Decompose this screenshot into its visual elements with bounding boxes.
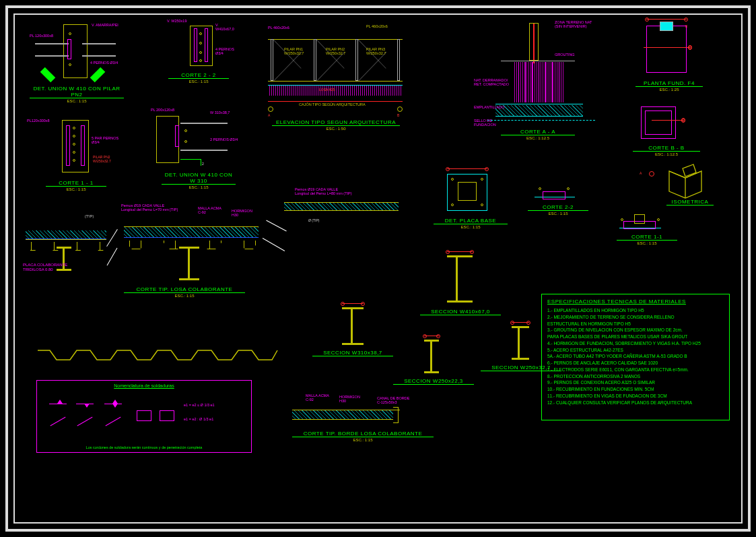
spec-line: 12.- CUALQUIER CONSULTA VERIFICAR PLANOS… bbox=[547, 400, 724, 406]
spec-line: 8.- PROTECCION ANTICORROSIVA 2 MANOS bbox=[547, 373, 724, 380]
title-corte-2-2: CORTE 2 - 2 bbox=[168, 72, 229, 79]
scale-corte-2-2b: ESC.: 1:15 bbox=[528, 212, 588, 216]
detail-isometrica: A ISOMETRICA bbox=[662, 162, 723, 199]
scale-corte-2-2: ESC.: 1:15 bbox=[168, 80, 229, 84]
scale-corte-borde: ESC.: 1:15 bbox=[292, 438, 434, 442]
title-corte-borde: CORTE TIP. BORDE LOSA COLABORANTE bbox=[292, 431, 434, 437]
ann-placa-colab: PLACA COLABORANTETRIDILOSA 0.80 bbox=[23, 263, 67, 272]
spec-line: 3.- GROUTING DE NIVELACION CON ESPESOR M… bbox=[547, 327, 724, 334]
spec-line: 6.- PERNOS DE ANCLAJE ACERO CALIDAD SAE … bbox=[547, 360, 724, 367]
title-det-union-pn2: DET. UNION W 410 CON PILAR PN2 bbox=[30, 86, 124, 98]
title-corte-1-1b: CORTE 1-1 bbox=[617, 234, 677, 241]
spec-line: 11.- RECUBRIMIENTO EN VIGAS DE FUNDACION… bbox=[547, 393, 724, 400]
detail-deck-profile bbox=[36, 346, 279, 367]
title-sec-w310: SECCION W310x38,7 bbox=[312, 350, 393, 356]
ann-v-amarra: V. AMARRA/PEI bbox=[92, 23, 118, 27]
scale-placa-base: ESC.: 1:15 bbox=[434, 225, 508, 229]
title-corte-a-a: CORTE A - A bbox=[501, 129, 575, 135]
ann-perno-valle: Pernos Ø19 CADA VALLELongitud del Perno … bbox=[121, 203, 178, 212]
weld-nomenclature-box: Nomenclatura de soldaduras e1 = e2 ≤ Ø 1… bbox=[36, 380, 252, 453]
scale-corte-a-a: ESC.: 1:12.5 bbox=[501, 136, 575, 140]
spec-line: 1.- EMPLANTILLADOS EN HORMIGON TIPO H5 bbox=[547, 307, 724, 314]
title-elev-arq: ELEVACION TIPO SEGUN ARQUITECTURA bbox=[272, 119, 400, 126]
title-corte-1-1a: CORTE 1 - 1 bbox=[46, 180, 106, 187]
spec-line: 5A.- ACERO TUBO A42 TIPO YODER CAÑERIA A… bbox=[547, 353, 724, 360]
spec-line: ESTRUCTURAL EN HORMIGON TIPO H5 bbox=[547, 321, 724, 327]
scale-planta-fund: ESC.: 1:25 bbox=[635, 88, 703, 92]
scale-corte-losa: ESC.: 1:15 bbox=[124, 294, 245, 298]
title-isometrica: ISOMETRICA bbox=[666, 199, 714, 206]
spec-title: ESPECIFICACIONES TECNICAS DE MATERIALES bbox=[547, 298, 724, 305]
spec-line: 9.- PERNOS DE CONEXION ACERO A325 O SIMI… bbox=[547, 379, 724, 386]
spec-line: 7.- ELECTRODOS SERIE E6011, CON GARGANTA… bbox=[547, 367, 724, 373]
title-corte-losa: CORTE TIP. LOSA COLABORANTE bbox=[124, 286, 245, 293]
title-planta-fund: PLANTA FUND. F4 bbox=[635, 80, 703, 87]
title-corte-2-2b: CORTE 2-2 bbox=[528, 204, 588, 211]
spec-line: 5.- ACERO ESTRUCTURAL A42-27ES bbox=[547, 347, 724, 354]
spec-line: 4.- HORMIGON DE FUNDACION, SOBRECIMIENTO… bbox=[547, 340, 724, 347]
title-det-union-310: DET. UNION W 410 CON W 310 bbox=[162, 172, 236, 185]
title-placa-base: DET. PLACA BASE bbox=[434, 218, 508, 224]
title-sec-w410: SECCION W410x67,0 bbox=[420, 309, 501, 315]
title-corte-b-b: CORTE B - B bbox=[633, 145, 700, 152]
spec-box: ESPECIFICACIONES TECNICAS DE MATERIALES … bbox=[541, 294, 730, 420]
spec-lines: 1.- EMPLANTILLADOS EN HORMIGON TIPO H52.… bbox=[547, 307, 724, 406]
scale-det-union-pn2: ESC.: 1:15 bbox=[30, 99, 124, 103]
drawing-canvas: V. AMARRA/PEI PL 120x300x8 4 PERNOS Ø3/4… bbox=[16, 16, 740, 521]
scale-corte-1-1a: ESC.: 1:15 bbox=[46, 187, 106, 191]
weld-box-note: Los cordones de soldadura serán continuo… bbox=[37, 445, 251, 449]
scale-corte-1-1b: ESC.: 1:15 bbox=[617, 241, 677, 245]
ann-canal-borde: CANAL DE BORDEC-125x50x3 bbox=[377, 396, 409, 404]
scale-corte-b-b: ESC.: 1:12.5 bbox=[633, 152, 700, 156]
scale-det-union-310: ESC.: 1:15 bbox=[162, 185, 236, 189]
ann-hormigon: HORMIGONH30 bbox=[232, 209, 252, 217]
spec-line: 10.- RECUBRIMIENTO EN FUNDACIONES MIN. 5… bbox=[547, 386, 724, 393]
ann-malla: MALLA ACMAC-92 bbox=[198, 206, 221, 214]
title-sec-w250a: SECCION W250x22,3 bbox=[393, 378, 474, 385]
spec-line: PARA PLACAS BASES DE PILARES METALICOS U… bbox=[547, 334, 724, 340]
scale-elev-arq: ESC.: 1:50 bbox=[272, 127, 400, 131]
spec-line: 2.- MEJORAMIENTO DE TERRENO SE CONSIDERA… bbox=[547, 314, 724, 321]
weld-box-title: Nomenclatura de soldaduras bbox=[37, 383, 251, 388]
